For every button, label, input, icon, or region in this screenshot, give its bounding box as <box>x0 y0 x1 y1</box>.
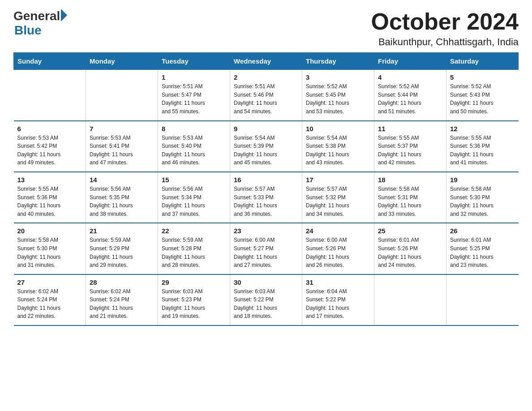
day-info: Sunrise: 5:54 AM Sunset: 5:39 PM Dayligh… <box>234 134 298 167</box>
day-info: Sunrise: 5:57 AM Sunset: 5:32 PM Dayligh… <box>306 185 370 218</box>
calendar-cell: 1Sunrise: 5:51 AM Sunset: 5:47 PM Daylig… <box>158 70 230 121</box>
calendar-cell: 31Sunrise: 6:04 AM Sunset: 5:22 PM Dayli… <box>302 274 374 325</box>
calendar-cell: 3Sunrise: 5:52 AM Sunset: 5:45 PM Daylig… <box>302 70 374 121</box>
calendar-cell <box>374 274 446 325</box>
day-number: 25 <box>378 227 442 235</box>
calendar-cell: 21Sunrise: 5:59 AM Sunset: 5:29 PM Dayli… <box>86 223 158 274</box>
calendar-cell: 26Sunrise: 6:01 AM Sunset: 5:25 PM Dayli… <box>446 223 519 274</box>
column-header-wednesday: Wednesday <box>230 53 302 70</box>
calendar-cell: 14Sunrise: 5:56 AM Sunset: 5:35 PM Dayli… <box>86 172 158 223</box>
day-info: Sunrise: 5:53 AM Sunset: 5:42 PM Dayligh… <box>17 134 82 167</box>
calendar-week-row: 20Sunrise: 5:58 AM Sunset: 5:30 PM Dayli… <box>14 223 519 274</box>
calendar-cell: 12Sunrise: 5:55 AM Sunset: 5:36 PM Dayli… <box>446 121 519 172</box>
day-info: Sunrise: 6:00 AM Sunset: 5:26 PM Dayligh… <box>306 236 370 269</box>
calendar-cell <box>86 70 158 121</box>
calendar-cell: 18Sunrise: 5:58 AM Sunset: 5:31 PM Dayli… <box>374 172 446 223</box>
calendar-cell: 5Sunrise: 5:52 AM Sunset: 5:43 PM Daylig… <box>446 70 519 121</box>
calendar-cell: 13Sunrise: 5:55 AM Sunset: 5:36 PM Dayli… <box>14 172 86 223</box>
day-info: Sunrise: 5:54 AM Sunset: 5:38 PM Dayligh… <box>306 134 370 167</box>
calendar-title: October 2024 <box>371 9 519 34</box>
day-info: Sunrise: 5:55 AM Sunset: 5:36 PM Dayligh… <box>17 185 82 218</box>
day-number: 5 <box>450 73 515 81</box>
calendar-cell: 9Sunrise: 5:54 AM Sunset: 5:39 PM Daylig… <box>230 121 302 172</box>
day-number: 26 <box>450 227 515 235</box>
logo-arrow-icon <box>61 9 67 21</box>
day-info: Sunrise: 5:59 AM Sunset: 5:29 PM Dayligh… <box>90 236 154 269</box>
day-number: 16 <box>234 176 298 184</box>
day-info: Sunrise: 5:57 AM Sunset: 5:33 PM Dayligh… <box>234 185 298 218</box>
day-info: Sunrise: 6:03 AM Sunset: 5:22 PM Dayligh… <box>234 287 298 321</box>
day-number: 22 <box>162 227 226 235</box>
day-info: Sunrise: 5:58 AM Sunset: 5:31 PM Dayligh… <box>378 185 442 218</box>
day-number: 12 <box>450 125 515 133</box>
day-number: 31 <box>306 278 370 286</box>
day-number: 21 <box>90 227 154 235</box>
column-header-tuesday: Tuesday <box>158 53 230 70</box>
logo: General Blue <box>13 9 67 38</box>
day-info: Sunrise: 5:52 AM Sunset: 5:44 PM Dayligh… <box>378 82 442 116</box>
calendar-cell: 16Sunrise: 5:57 AM Sunset: 5:33 PM Dayli… <box>230 172 302 223</box>
day-info: Sunrise: 6:04 AM Sunset: 5:22 PM Dayligh… <box>306 287 370 321</box>
calendar-cell: 7Sunrise: 5:53 AM Sunset: 5:41 PM Daylig… <box>86 121 158 172</box>
day-number: 18 <box>378 176 442 184</box>
column-header-saturday: Saturday <box>446 53 519 70</box>
calendar-cell: 20Sunrise: 5:58 AM Sunset: 5:30 PM Dayli… <box>14 223 86 274</box>
day-info: Sunrise: 5:51 AM Sunset: 5:46 PM Dayligh… <box>234 82 298 116</box>
calendar-cell: 2Sunrise: 5:51 AM Sunset: 5:46 PM Daylig… <box>230 70 302 121</box>
day-info: Sunrise: 5:58 AM Sunset: 5:30 PM Dayligh… <box>450 185 515 218</box>
calendar-cell: 28Sunrise: 6:02 AM Sunset: 5:24 PM Dayli… <box>86 274 158 325</box>
calendar-cell: 23Sunrise: 6:00 AM Sunset: 5:27 PM Dayli… <box>230 223 302 274</box>
day-number: 23 <box>234 227 298 235</box>
calendar-cell: 6Sunrise: 5:53 AM Sunset: 5:42 PM Daylig… <box>14 121 86 172</box>
day-info: Sunrise: 5:52 AM Sunset: 5:43 PM Dayligh… <box>450 82 515 116</box>
calendar-cell <box>446 274 519 325</box>
day-info: Sunrise: 5:51 AM Sunset: 5:47 PM Dayligh… <box>162 82 226 116</box>
day-info: Sunrise: 6:02 AM Sunset: 5:24 PM Dayligh… <box>17 287 82 321</box>
calendar-header-row: SundayMondayTuesdayWednesdayThursdayFrid… <box>14 53 519 70</box>
day-number: 28 <box>90 278 154 286</box>
day-info: Sunrise: 5:55 AM Sunset: 5:37 PM Dayligh… <box>378 134 442 167</box>
calendar-cell: 30Sunrise: 6:03 AM Sunset: 5:22 PM Dayli… <box>230 274 302 325</box>
column-header-friday: Friday <box>374 53 446 70</box>
day-info: Sunrise: 6:00 AM Sunset: 5:27 PM Dayligh… <box>234 236 298 269</box>
calendar-cell: 8Sunrise: 5:53 AM Sunset: 5:40 PM Daylig… <box>158 121 230 172</box>
day-number: 2 <box>234 73 298 81</box>
calendar-cell: 27Sunrise: 6:02 AM Sunset: 5:24 PM Dayli… <box>14 274 86 325</box>
calendar-table: SundayMondayTuesdayWednesdayThursdayFrid… <box>13 52 519 326</box>
day-number: 9 <box>234 125 298 133</box>
day-number: 30 <box>234 278 298 286</box>
day-info: Sunrise: 6:02 AM Sunset: 5:24 PM Dayligh… <box>90 287 154 321</box>
calendar-cell: 19Sunrise: 5:58 AM Sunset: 5:30 PM Dayli… <box>446 172 519 223</box>
day-number: 8 <box>162 125 226 133</box>
calendar-location: Baikunthpur, Chhattisgarh, India <box>371 36 519 48</box>
day-number: 6 <box>17 125 82 133</box>
calendar-cell: 25Sunrise: 6:01 AM Sunset: 5:26 PM Dayli… <box>374 223 446 274</box>
calendar-week-row: 6Sunrise: 5:53 AM Sunset: 5:42 PM Daylig… <box>14 121 519 172</box>
day-number: 15 <box>162 176 226 184</box>
day-info: Sunrise: 5:56 AM Sunset: 5:34 PM Dayligh… <box>162 185 226 218</box>
day-info: Sunrise: 5:59 AM Sunset: 5:28 PM Dayligh… <box>162 236 226 269</box>
day-info: Sunrise: 5:53 AM Sunset: 5:40 PM Dayligh… <box>162 134 226 167</box>
day-info: Sunrise: 5:56 AM Sunset: 5:35 PM Dayligh… <box>90 185 154 218</box>
calendar-cell: 10Sunrise: 5:54 AM Sunset: 5:38 PM Dayli… <box>302 121 374 172</box>
day-info: Sunrise: 5:55 AM Sunset: 5:36 PM Dayligh… <box>450 134 515 167</box>
calendar-cell: 24Sunrise: 6:00 AM Sunset: 5:26 PM Dayli… <box>302 223 374 274</box>
calendar-week-row: 1Sunrise: 5:51 AM Sunset: 5:47 PM Daylig… <box>14 70 519 121</box>
day-number: 14 <box>90 176 154 184</box>
day-number: 1 <box>162 73 226 81</box>
day-number: 3 <box>306 73 370 81</box>
day-number: 13 <box>17 176 82 184</box>
day-number: 11 <box>378 125 442 133</box>
column-header-sunday: Sunday <box>14 53 86 70</box>
calendar-cell: 11Sunrise: 5:55 AM Sunset: 5:37 PM Dayli… <box>374 121 446 172</box>
day-info: Sunrise: 5:58 AM Sunset: 5:30 PM Dayligh… <box>17 236 82 269</box>
calendar-cell: 22Sunrise: 5:59 AM Sunset: 5:28 PM Dayli… <box>158 223 230 274</box>
logo-general-text: General <box>13 9 60 23</box>
day-number: 27 <box>17 278 82 286</box>
calendar-cell: 4Sunrise: 5:52 AM Sunset: 5:44 PM Daylig… <box>374 70 446 121</box>
calendar-cell: 15Sunrise: 5:56 AM Sunset: 5:34 PM Dayli… <box>158 172 230 223</box>
day-number: 10 <box>306 125 370 133</box>
day-info: Sunrise: 6:01 AM Sunset: 5:25 PM Dayligh… <box>450 236 515 269</box>
calendar-week-row: 27Sunrise: 6:02 AM Sunset: 5:24 PM Dayli… <box>14 274 519 325</box>
calendar-week-row: 13Sunrise: 5:55 AM Sunset: 5:36 PM Dayli… <box>14 172 519 223</box>
